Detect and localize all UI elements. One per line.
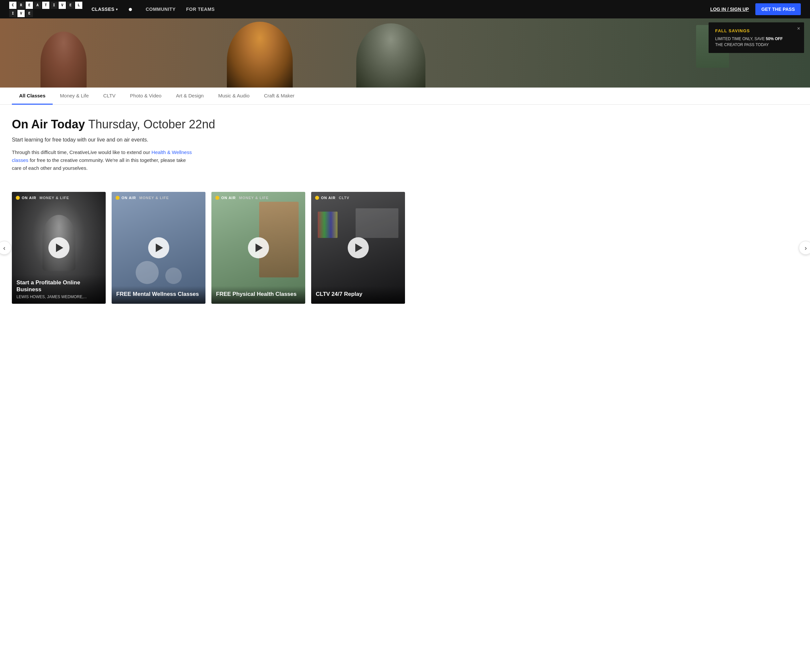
login-link[interactable]: LOG IN / SIGN UP [710,7,749,12]
promo-popup: × FALL SAVINGS LIMITED TIME ONLY, SAVE 5… [709,22,804,53]
card-1-badge: ON AIR MONEY & LIFE [16,196,69,200]
logo-a: A [34,2,41,9]
card-3-badge: ON AIR MONEY & LIFE [215,196,269,200]
on-air-dot-1 [16,196,20,200]
on-air-label-2: ON AIR [122,196,136,200]
promo-title: FALL SAVINGS [715,28,798,33]
card-1[interactable]: ON AIR MONEY & LIFE Start a Profitable O… [12,192,106,304]
card-4-play-button[interactable] [348,237,369,258]
card-1-play-button[interactable] [48,237,69,258]
logo-v2: V [17,10,25,17]
nav-for-teams[interactable]: FOR TEAMS [186,7,215,12]
promo-text: LIMITED TIME ONLY, SAVE 50% OFF THE CREA… [715,36,798,48]
nav-community[interactable]: COMMUNITY [145,7,176,12]
logo-t: T [42,2,49,9]
cards-section: ‹ ON AIR MONEY & LIFE Start a Profitable… [0,192,810,304]
category-tabs: All Classes Money & Life CLTV Photo & Vi… [0,88,810,104]
logo-i2: I [9,10,17,17]
on-air-dot-2 [116,196,120,200]
logo-l: L [75,2,82,9]
card-2-title: FREE Mental Wellness Classes [116,291,201,298]
logo-i: I [51,2,57,9]
card-4-info: CLTV 24/7 Replay [311,286,405,304]
card-4[interactable]: ON AIR CLTV CLTV 24/7 Replay [311,192,405,304]
card-3-category: MONEY & LIFE [239,196,269,200]
card-4-title: CLTV 24/7 Replay [316,291,400,298]
promo-close-button[interactable]: × [797,26,800,32]
tab-craft-maker[interactable]: Craft & Maker [257,88,302,104]
card-1-title: Start a Profitable Online Business [17,279,101,293]
card-2[interactable]: ON AIR MONEY & LIFE FREE Mental Wellness… [111,192,206,304]
on-air-label-1: ON AIR [22,196,36,200]
tab-music-audio[interactable]: Music & Audio [211,88,257,104]
on-air-heading: On Air Today Thursday, October 22nd [12,117,798,131]
logo-e2: E [67,2,74,9]
card-2-category: MONEY & LIFE [139,196,169,200]
tab-money-life[interactable]: Money & Life [53,88,96,104]
intro-text: Start learning for free today with our l… [12,136,798,144]
play-icon-2 [156,244,163,252]
nav-right: LOG IN / SIGN UP GET THE PASS [710,3,801,15]
card-3[interactable]: ON AIR MONEY & LIFE FREE Physical Health… [211,192,305,304]
tab-all-classes[interactable]: All Classes [12,88,53,104]
next-arrow-button[interactable]: › [799,241,810,255]
logo-v: V [59,2,66,9]
tab-art-design[interactable]: Art & Design [169,88,211,104]
play-icon-3 [255,244,263,252]
classes-label: CLASSES [91,7,115,12]
hero-background [0,19,810,88]
card-3-title: FREE Physical Health Classes [216,291,300,298]
community-text: Through this difficult time, CreativeLiv… [12,148,196,172]
cards-row: ON AIR MONEY & LIFE Start a Profitable O… [12,192,798,304]
card-4-badge: ON AIR CLTV [315,196,349,200]
nav-links: CLASSES ▾ ● COMMUNITY FOR TEAMS [91,5,710,13]
site-logo[interactable]: C R E A T I V E L I V E [9,2,82,17]
on-air-dot-3 [215,196,219,200]
prev-arrow-button[interactable]: ‹ [0,241,11,255]
card-4-category: CLTV [339,196,349,200]
card-1-instructors: LEWIS HOWES, JAMES WEDMORE,... [17,295,101,299]
navbar: C R E A T I V E L I V E CLASSES ▾ ● COMM… [0,0,810,19]
logo-c: C [9,2,17,9]
get-pass-button[interactable]: GET THE PASS [755,3,801,15]
card-3-info: FREE Physical Health Classes [211,286,305,304]
card-2-badge: ON AIR MONEY & LIFE [116,196,169,200]
hero-banner: × FALL SAVINGS LIMITED TIME ONLY, SAVE 5… [0,19,810,88]
on-air-date: Thursday, October 22nd [88,118,215,131]
play-icon-4 [355,244,363,252]
on-air-label-3: ON AIR [221,196,236,200]
search-icon[interactable]: ● [128,5,132,13]
play-icon-1 [56,244,63,252]
main-content: On Air Today Thursday, October 22nd Star… [0,104,810,179]
logo-r: R [17,2,25,9]
on-air-bold: On Air Today [12,118,85,131]
logo-e3: E [26,10,33,17]
tab-photo-video[interactable]: Photo & Video [123,88,169,104]
card-1-category: MONEY & LIFE [39,196,69,200]
logo-e: E [26,2,33,9]
on-air-label-4: ON AIR [321,196,336,200]
card-2-play-button[interactable] [148,237,169,258]
card-1-info: Start a Profitable Online Business LEWIS… [12,275,106,304]
chevron-down-icon: ▾ [116,8,118,11]
card-3-play-button[interactable] [248,237,269,258]
tab-cltv[interactable]: CLTV [96,88,123,104]
card-2-info: FREE Mental Wellness Classes [111,286,206,304]
on-air-dot-4 [315,196,319,200]
nav-classes[interactable]: CLASSES ▾ [91,7,118,12]
